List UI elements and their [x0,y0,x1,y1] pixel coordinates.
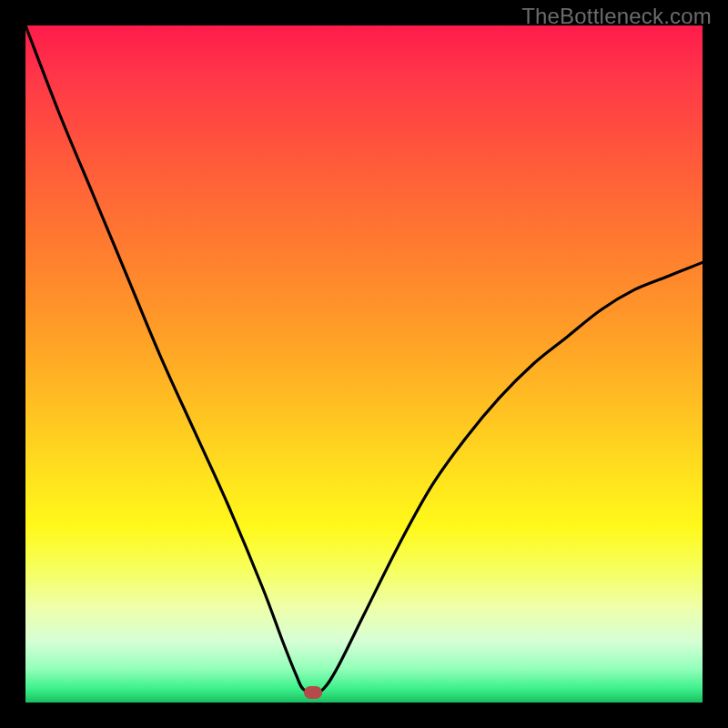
chart-frame: TheBottleneck.com [0,0,728,728]
bottleneck-curve [25,25,703,693]
optimal-marker [304,686,322,699]
plot-area [25,25,703,703]
curve-svg [25,25,703,703]
